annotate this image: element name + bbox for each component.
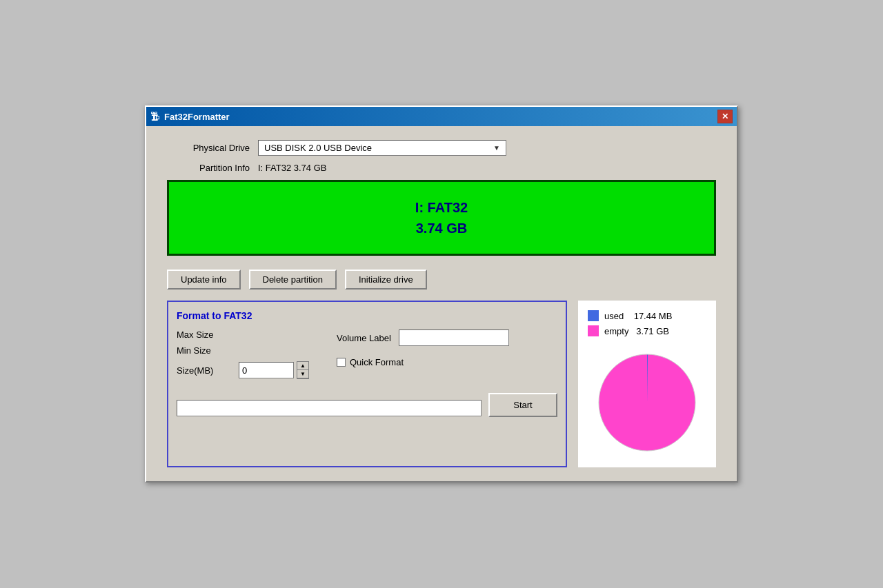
- update-info-button[interactable]: Update info: [167, 270, 241, 290]
- legend-used-label: used: [604, 311, 624, 321]
- format-left-fields: Max Size Min Size Size(MB) ▲ ▼: [177, 330, 309, 385]
- legend-used: used 17.44 MB: [588, 310, 672, 321]
- pie-chart-svg: [592, 347, 702, 458]
- partition-bar: I: FAT32 3.74 GB: [167, 180, 716, 256]
- legend-chart-panel: used 17.44 MB empty 3.71 GB: [578, 301, 716, 467]
- pie-chart: [592, 347, 702, 458]
- format-bottom: Start: [177, 393, 557, 417]
- legend-empty-text: empty 3.71 GB: [604, 326, 669, 336]
- action-buttons-row: Update info Delete partition Initialize …: [167, 270, 716, 290]
- size-mb-label: Size(MB): [177, 365, 239, 376]
- progress-bar: [177, 400, 482, 416]
- main-window: 🗜 Fat32Formatter ✕ Physical Drive USB DI…: [145, 105, 738, 483]
- start-button[interactable]: Start: [488, 393, 557, 417]
- initialize-drive-button[interactable]: Initialize drive: [345, 270, 427, 290]
- legend-used-text: used 17.44 MB: [604, 311, 672, 321]
- quick-format-row: Quick Format: [337, 357, 509, 367]
- quick-format-label: Quick Format: [350, 357, 404, 367]
- min-size-row: Min Size: [177, 345, 309, 356]
- partition-info-label: Partition Info: [167, 163, 250, 173]
- format-fields: Max Size Min Size Size(MB) ▲ ▼: [177, 330, 557, 385]
- quick-format-checkbox[interactable]: [337, 358, 346, 367]
- max-size-row: Max Size: [177, 330, 309, 340]
- dropdown-arrow-icon: ▼: [493, 144, 500, 152]
- min-size-label: Min Size: [177, 345, 239, 356]
- size-mb-input[interactable]: [239, 362, 294, 378]
- size-mb-spinner: ▲ ▼: [297, 361, 309, 379]
- legend-used-value: 17.44 MB: [634, 311, 673, 321]
- size-mb-input-group: ▲ ▼: [239, 361, 309, 379]
- app-icon: 🗜: [150, 111, 160, 122]
- size-mb-row: Size(MB) ▲ ▼: [177, 361, 309, 379]
- legend-empty-value: 3.71 GB: [636, 326, 669, 336]
- volume-label-label: Volume Label: [337, 333, 399, 343]
- format-box-title: Format to FAT32: [177, 310, 557, 321]
- partition-info-row: Partition Info I: FAT32 3.74 GB: [167, 163, 716, 173]
- legend-empty-label: empty: [604, 326, 628, 336]
- partition-bar-label: I: FAT32 3.74 GB: [415, 197, 468, 239]
- volume-label-input[interactable]: [399, 330, 509, 346]
- format-right-fields: Volume Label Quick Format: [337, 330, 509, 385]
- drive-select-value: USB DISK 2.0 USB Device: [264, 143, 372, 153]
- app-title: Fat32Formatter: [164, 112, 230, 122]
- spin-down-button[interactable]: ▼: [297, 370, 308, 378]
- physical-drive-label: Physical Drive: [167, 143, 250, 153]
- close-button[interactable]: ✕: [717, 110, 733, 123]
- partition-bar-line1: I: FAT32: [415, 197, 468, 218]
- legend-empty: empty 3.71 GB: [588, 325, 669, 336]
- drive-select-dropdown[interactable]: USB DISK 2.0 USB Device ▼: [258, 140, 506, 156]
- format-bottom-row: Start: [177, 393, 557, 417]
- max-size-label: Max Size: [177, 330, 239, 340]
- spin-up-button[interactable]: ▲: [297, 362, 308, 370]
- volume-label-row: Volume Label: [337, 330, 509, 346]
- main-area: Format to FAT32 Max Size Min Size Size(M…: [167, 301, 716, 467]
- delete-partition-button[interactable]: Delete partition: [249, 270, 337, 290]
- legend-empty-swatch: [588, 325, 599, 336]
- format-box: Format to FAT32 Max Size Min Size Size(M…: [167, 301, 567, 467]
- partition-bar-line2: 3.74 GB: [415, 218, 468, 239]
- title-bar: 🗜 Fat32Formatter ✕: [146, 107, 737, 126]
- title-bar-left: 🗜 Fat32Formatter: [150, 111, 230, 122]
- main-content: Physical Drive USB DISK 2.0 USB Device ▼…: [146, 126, 737, 481]
- physical-drive-row: Physical Drive USB DISK 2.0 USB Device ▼: [167, 140, 716, 156]
- partition-info-value: I: FAT32 3.74 GB: [258, 163, 326, 173]
- legend-used-swatch: [588, 310, 599, 321]
